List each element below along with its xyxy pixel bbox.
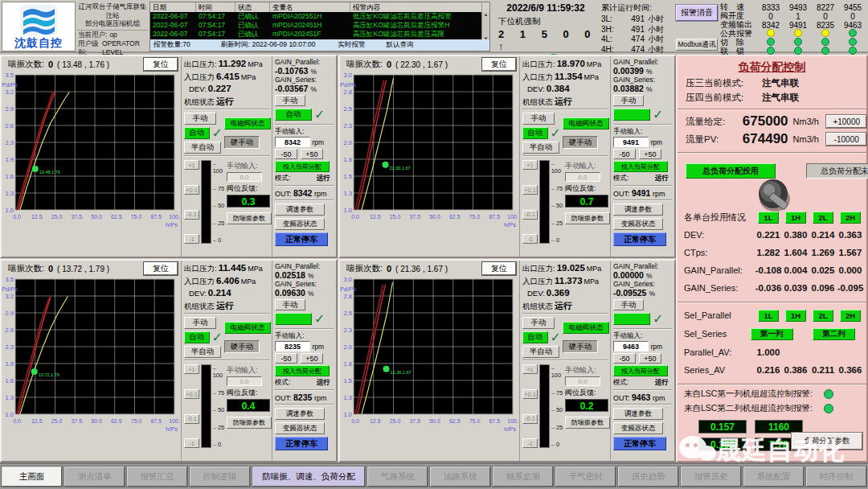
- gain-auto-button[interactable]: [613, 109, 650, 121]
- nav-button-报警汇总[interactable]: 报警汇总: [127, 466, 187, 487]
- manual-mode-button[interactable]: 手动: [184, 113, 216, 125]
- step-minus01-button[interactable]: -0.1: [184, 414, 199, 424]
- manual-mode-button[interactable]: 手动: [184, 317, 216, 329]
- nav-button-轴系监测[interactable]: 轴系监测: [493, 466, 553, 487]
- rpm-input-field[interactable]: 8342: [275, 137, 310, 147]
- valve-position-bar[interactable]: [539, 160, 550, 244]
- antisurge-params-button[interactable]: 防喘振参数: [565, 417, 610, 429]
- reset-button[interactable]: 复位: [144, 58, 178, 71]
- modbus-comm-button[interactable]: Modbus通讯: [676, 39, 718, 51]
- rpm-plus50-button[interactable]: +50: [639, 353, 661, 364]
- rpm-input-field[interactable]: 8235: [275, 341, 310, 351]
- solenoid-valve-status-button[interactable]: 电磁阀状态: [563, 117, 609, 129]
- rpm-minus50-button[interactable]: -50: [613, 149, 636, 159]
- nav-button-气路系统[interactable]: 气路系统: [367, 466, 428, 487]
- alarm-row[interactable]: 2022-06-0707:54:17已确认mPDIA202551H低压缸KO罐滤…: [150, 12, 489, 21]
- step-minus1-button[interactable]: -1: [184, 234, 199, 244]
- load-share-enable-button[interactable]: 投入负荷分配: [613, 161, 668, 172]
- sel-parallel-tag-1L[interactable]: 1L: [758, 310, 779, 322]
- step-plus1-button[interactable]: +1: [522, 364, 538, 374]
- step-plus1-button[interactable]: +1: [522, 160, 538, 170]
- hard-manual-button[interactable]: 硬手动: [563, 136, 598, 149]
- step-minus1-button[interactable]: -1: [184, 438, 199, 448]
- selector-knob[interactable]: [754, 178, 794, 213]
- normal-stop-button[interactable]: 正常停车: [613, 437, 666, 450]
- load-share-enable-button[interactable]: 投入负荷分配: [613, 365, 668, 376]
- scroll-up-icon[interactable]: ▲: [484, 12, 489, 17]
- vfd-status-button[interactable]: 变频器状态: [275, 422, 325, 434]
- gain-auto-button[interactable]: 自动: [275, 109, 312, 121]
- total-load-share-off-button[interactable]: 总负荷分配未投用: [806, 163, 868, 179]
- alarm-mute-button[interactable]: 报警消音: [676, 5, 718, 21]
- manual-input-field[interactable]: 0.0: [227, 376, 262, 386]
- manual-mode-button[interactable]: 手动: [522, 113, 555, 125]
- step-minus01-button[interactable]: -0.1: [522, 210, 538, 220]
- alarm-row[interactable]: 2022-06-0707:54:17已确认mPDIA202451H高压缸KO罐滤…: [150, 21, 489, 30]
- alarm-table[interactable]: 日期时间状态变量名报警内容2022-06-0707:54:17已确认mPDIA2…: [149, 2, 490, 51]
- sel-parallel-tag-2L[interactable]: 2L: [813, 310, 833, 322]
- gain-manual-button[interactable]: 手动: [275, 95, 305, 106]
- reset-button[interactable]: 复位: [482, 58, 516, 71]
- semi-auto-mode-button[interactable]: 半自动: [522, 142, 559, 154]
- step-plus01-button[interactable]: +0.1: [522, 389, 538, 399]
- normal-stop-button[interactable]: 正常停车: [613, 232, 666, 246]
- antisurge-params-button[interactable]: 防喘振参数: [565, 212, 610, 224]
- sel-parallel-tag-2H[interactable]: 2H: [840, 310, 861, 322]
- valve-position-bar[interactable]: [201, 364, 211, 448]
- sel-series-tag-第二列[interactable]: 第二列: [813, 328, 855, 340]
- manual-input-field[interactable]: 0.0: [565, 376, 600, 386]
- flow-increase-button[interactable]: +10000: [826, 115, 866, 128]
- gain-manual-button[interactable]: 手动: [275, 299, 305, 310]
- speed-params-button[interactable]: 调速参数: [613, 408, 663, 420]
- rpm-input-field[interactable]: 9491: [613, 137, 649, 147]
- rpm-minus50-button[interactable]: -50: [613, 353, 636, 364]
- load-share-enable-button[interactable]: 投入负荷分配: [275, 161, 330, 172]
- rpm-plus50-button[interactable]: +50: [301, 149, 323, 159]
- hard-manual-button[interactable]: 硬手动: [563, 340, 598, 353]
- nav-button-油路系统[interactable]: 油路系统: [430, 466, 490, 487]
- alarm-row[interactable]: 2022-06-0707:54:17已确认mPDIA202451F高压缸KO罐滤…: [150, 30, 489, 39]
- vfd-status-button[interactable]: 变频器状态: [613, 218, 663, 230]
- auto-mode-button[interactable]: 自动: [522, 331, 548, 343]
- load-share-enable-button[interactable]: 投入负荷分配: [275, 365, 330, 376]
- semi-auto-mode-button[interactable]: 半自动: [184, 142, 221, 154]
- alarm-scrollbar[interactable]: ▲▼: [481, 12, 489, 41]
- step-minus1-button[interactable]: -1: [522, 438, 538, 448]
- sel-series-tag-第一列[interactable]: 第一列: [751, 328, 793, 340]
- unit-tag-button-2H[interactable]: 2H: [840, 212, 861, 224]
- valve-position-bar[interactable]: [539, 364, 550, 448]
- nav-button-时序控制[interactable]: 时序控制: [806, 466, 866, 487]
- solenoid-valve-status-button[interactable]: 电磁阀状态: [563, 322, 609, 334]
- reset-button[interactable]: 复位: [144, 262, 178, 275]
- speed-params-button[interactable]: 调速参数: [275, 203, 325, 216]
- gain-manual-button[interactable]: 手动: [613, 95, 644, 106]
- gain-auto-button[interactable]: [613, 313, 650, 325]
- step-plus1-button[interactable]: +1: [184, 160, 199, 170]
- solenoid-valve-status-button[interactable]: 电磁阀状态: [224, 322, 271, 334]
- step-plus01-button[interactable]: +0.1: [184, 389, 199, 399]
- rpm-plus50-button[interactable]: +50: [639, 149, 661, 159]
- manual-input-field[interactable]: 0.0: [565, 172, 600, 182]
- auto-mode-button[interactable]: 自动: [184, 331, 210, 343]
- nav-button-防喘振、调速、负荷分配[interactable]: 防喘振、调速、负荷分配: [252, 466, 366, 487]
- speed-params-button[interactable]: 调速参数: [613, 203, 663, 216]
- semi-auto-mode-button[interactable]: 半自动: [184, 346, 221, 358]
- auto-mode-button[interactable]: 自动: [184, 127, 210, 139]
- nav-button-主画面[interactable]: 主画面: [2, 466, 62, 487]
- step-minus01-button[interactable]: -0.1: [522, 414, 538, 424]
- gain-auto-button[interactable]: [275, 313, 312, 325]
- semi-auto-mode-button[interactable]: 半自动: [522, 346, 559, 358]
- antisurge-params-button[interactable]: 防喘振参数: [227, 417, 272, 429]
- antisurge-params-button[interactable]: 防喘振参数: [227, 212, 272, 224]
- rpm-input-field[interactable]: 9463: [613, 341, 649, 351]
- nav-button-历史趋势[interactable]: 历史趋势: [618, 466, 678, 487]
- step-plus01-button[interactable]: +0.1: [184, 185, 199, 195]
- nav-button-控制逻辑[interactable]: 控制逻辑: [190, 466, 250, 487]
- total-load-share-on-button[interactable]: 总负荷分配投用: [686, 163, 776, 179]
- solenoid-valve-status-button[interactable]: 电磁阀状态: [224, 117, 271, 129]
- step-plus1-button[interactable]: +1: [184, 364, 199, 374]
- step-plus01-button[interactable]: +0.1: [522, 185, 538, 195]
- flow-decrease-button[interactable]: -10000: [826, 133, 866, 146]
- vfd-status-button[interactable]: 变频器状态: [275, 218, 325, 230]
- vfd-status-button[interactable]: 变频器状态: [613, 422, 663, 434]
